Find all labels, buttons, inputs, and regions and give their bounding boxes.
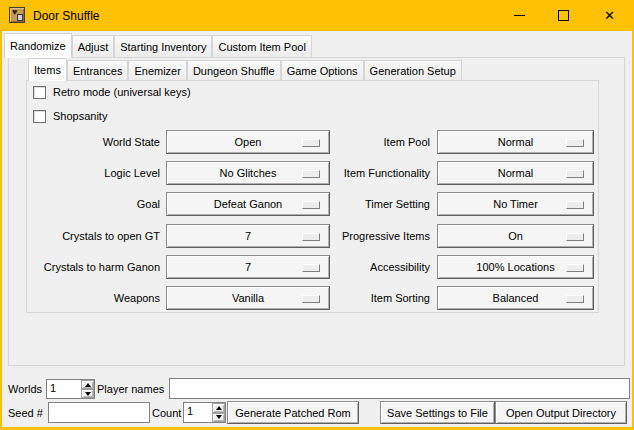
spin-up-button[interactable] bbox=[81, 380, 94, 389]
tab-randomize[interactable]: Randomize bbox=[4, 33, 72, 58]
dropdown-indicator-icon bbox=[566, 295, 584, 303]
weapons-label: Weapons bbox=[32, 291, 160, 305]
select-value: No Glitches bbox=[220, 167, 277, 179]
close-button[interactable]: ✕ bbox=[587, 0, 632, 30]
checkbox-box[interactable] bbox=[33, 110, 46, 123]
tab-dungeon-shuffle[interactable]: Dungeon Shuffle bbox=[187, 60, 281, 80]
count-label: Count bbox=[152, 406, 181, 420]
outer-tab-bar: Randomize Adjust Starting Inventory Cust… bbox=[4, 33, 312, 57]
select-value: 100% Locations bbox=[476, 261, 554, 273]
save-settings-button[interactable]: Save Settings to File bbox=[380, 401, 495, 424]
maximize-button[interactable] bbox=[541, 0, 586, 30]
timer-setting-label: Timer Setting bbox=[272, 197, 430, 211]
dropdown-indicator-icon bbox=[566, 139, 584, 147]
accessibility-select[interactable]: 100% Locations bbox=[437, 255, 594, 279]
tab-adjust[interactable]: Adjust bbox=[72, 35, 115, 57]
select-value: On bbox=[508, 230, 523, 242]
tab-custom-item-pool[interactable]: Custom Item Pool bbox=[212, 35, 311, 57]
worlds-label: Worlds bbox=[8, 382, 42, 396]
tab-label: Randomize bbox=[10, 40, 66, 52]
item-sorting-label: Item Sorting bbox=[272, 291, 430, 305]
titlebar: ♥ Door Shuffle ✕ bbox=[0, 0, 634, 31]
inner-tab-bar: Items Entrances Enemizer Dungeon Shuffle… bbox=[28, 58, 462, 80]
worlds-spinner[interactable]: 1 bbox=[46, 379, 95, 399]
accessibility-label: Accessibility bbox=[272, 260, 430, 274]
window-title: Door Shuffle bbox=[33, 9, 100, 23]
checkbox-label: Retro mode (universal keys) bbox=[53, 86, 191, 98]
player-names-label: Player names bbox=[97, 382, 164, 396]
maximize-icon bbox=[558, 10, 569, 21]
select-value: Normal bbox=[498, 136, 533, 148]
progressive-items-label: Progressive Items bbox=[272, 229, 430, 243]
crystals-ganon-label: Crystals to harm Ganon bbox=[32, 260, 160, 274]
tab-label: Entrances bbox=[73, 65, 123, 77]
count-value: 1 bbox=[187, 405, 193, 417]
item-functionality-label: Item Functionality bbox=[272, 166, 430, 180]
select-value: Balanced bbox=[493, 292, 539, 304]
tab-label: Items bbox=[34, 64, 61, 76]
spinner-arrows bbox=[212, 403, 225, 422]
timer-setting-select[interactable]: No Timer bbox=[437, 192, 594, 216]
select-value: 7 bbox=[245, 230, 251, 242]
dropdown-indicator-icon bbox=[566, 233, 584, 241]
client-area: Randomize Adjust Starting Inventory Cust… bbox=[2, 31, 632, 427]
dropdown-indicator-icon bbox=[566, 170, 584, 178]
checkbox-label: Shopsanity bbox=[53, 110, 107, 122]
tab-label: Starting Inventory bbox=[120, 41, 206, 53]
spin-up-button[interactable] bbox=[212, 403, 225, 413]
dropdown-indicator-icon bbox=[566, 264, 584, 272]
retro-mode-checkbox[interactable]: Retro mode (universal keys) bbox=[33, 85, 191, 99]
generate-patched-rom-button[interactable]: Generate Patched Rom bbox=[227, 401, 359, 424]
tab-generation-setup[interactable]: Generation Setup bbox=[364, 60, 462, 80]
open-output-directory-button[interactable]: Open Output Directory bbox=[495, 401, 627, 424]
item-sorting-select[interactable]: Balanced bbox=[437, 286, 594, 310]
tab-game-options[interactable]: Game Options bbox=[281, 60, 364, 80]
tab-starting-inventory[interactable]: Starting Inventory bbox=[114, 35, 212, 57]
seed-input[interactable] bbox=[48, 402, 150, 423]
arrow-up-icon bbox=[85, 383, 91, 387]
logic-level-label: Logic Level bbox=[32, 166, 160, 180]
item-pool-select[interactable]: Normal bbox=[437, 130, 594, 154]
shopsanity-checkbox[interactable]: Shopsanity bbox=[33, 109, 107, 123]
arrow-down-icon bbox=[85, 392, 91, 396]
world-state-label: World State bbox=[32, 135, 160, 149]
spin-down-button[interactable] bbox=[212, 413, 225, 423]
select-value: Normal bbox=[498, 167, 533, 179]
tab-enemizer[interactable]: Enemizer bbox=[128, 60, 186, 80]
tab-label: Generation Setup bbox=[370, 65, 456, 77]
lock-icon bbox=[17, 14, 23, 21]
item-functionality-select[interactable]: Normal bbox=[437, 161, 594, 185]
close-icon: ✕ bbox=[604, 9, 615, 22]
checkbox-box[interactable] bbox=[33, 86, 46, 99]
spinner-arrows bbox=[81, 380, 94, 398]
item-pool-label: Item Pool bbox=[272, 135, 430, 149]
arrow-down-icon bbox=[216, 415, 222, 419]
select-value: Open bbox=[235, 136, 262, 148]
tab-label: Dungeon Shuffle bbox=[193, 65, 275, 77]
seed-label: Seed # bbox=[8, 406, 43, 420]
tab-items[interactable]: Items bbox=[28, 58, 67, 81]
count-spinner[interactable]: 1 bbox=[183, 402, 226, 423]
select-value: No Timer bbox=[493, 198, 538, 210]
tab-label: Custom Item Pool bbox=[218, 41, 305, 53]
spin-down-button[interactable] bbox=[81, 389, 94, 398]
dropdown-indicator-icon bbox=[566, 201, 584, 209]
minimize-button[interactable] bbox=[497, 0, 542, 30]
tab-label: Enemizer bbox=[134, 65, 180, 77]
select-value: 7 bbox=[245, 261, 251, 273]
goal-label: Goal bbox=[32, 197, 160, 211]
player-names-input[interactable] bbox=[169, 378, 630, 399]
worlds-value: 1 bbox=[50, 382, 56, 394]
arrow-up-icon bbox=[216, 406, 222, 410]
app-door-icon: ♥ bbox=[9, 7, 25, 23]
progressive-items-select[interactable]: On bbox=[437, 224, 594, 248]
minimize-icon bbox=[514, 15, 525, 16]
tab-entrances[interactable]: Entrances bbox=[67, 60, 129, 80]
tab-label: Adjust bbox=[78, 41, 109, 53]
select-value: Vanilla bbox=[232, 292, 264, 304]
crystals-gt-label: Crystals to open GT bbox=[32, 229, 160, 243]
tab-label: Game Options bbox=[287, 65, 358, 77]
app-window: ♥ Door Shuffle ✕ Randomize Adjust Starti… bbox=[0, 0, 634, 430]
